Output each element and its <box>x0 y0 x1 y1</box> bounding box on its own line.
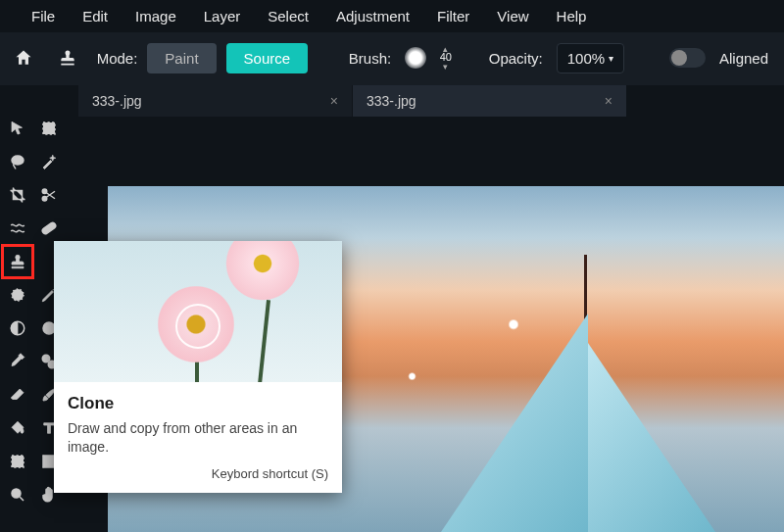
menu-view[interactable]: View <box>497 8 528 24</box>
brush-preview[interactable] <box>405 47 426 69</box>
cutout-tool[interactable] <box>33 178 65 212</box>
home-icon <box>14 48 33 68</box>
eraser-tool[interactable] <box>2 378 33 411</box>
svg-rect-4 <box>41 221 57 235</box>
brush-label: Brush: <box>349 50 391 67</box>
svg-point-13 <box>12 489 21 498</box>
clone-tool[interactable] <box>2 245 33 278</box>
document-tabs: 333-.jpg × 333-.jpg × <box>78 85 784 117</box>
boat-sail-right <box>588 343 715 532</box>
svg-rect-0 <box>43 122 55 134</box>
tab-label: 333-.jpg <box>367 93 416 109</box>
stamp-icon <box>9 253 26 270</box>
crop-icon <box>9 186 26 204</box>
stamp-icon <box>58 48 77 68</box>
tab-label: 333-.jpg <box>92 93 142 109</box>
svg-rect-11 <box>12 456 24 467</box>
disperse-tool[interactable] <box>2 278 33 312</box>
arrow-tool[interactable] <box>2 112 33 145</box>
marquee-tool[interactable] <box>33 112 65 145</box>
svg-point-2 <box>42 189 47 194</box>
menu-select[interactable]: Select <box>268 8 309 24</box>
wand-tool[interactable] <box>33 145 65 178</box>
menu-help[interactable]: Help <box>557 8 587 24</box>
menu-bar: File Edit Image Layer Select Adjustment … <box>0 0 784 32</box>
tooltip-thumbnail <box>54 241 342 382</box>
bandaid-icon <box>40 219 58 237</box>
svg-point-1 <box>12 156 24 165</box>
liquify-tool[interactable] <box>2 212 33 245</box>
mode-paint-button[interactable]: Paint <box>147 43 216 73</box>
half-circle-icon <box>9 319 26 337</box>
mode-group: Mode: Paint Source <box>97 43 308 73</box>
eraser-icon <box>9 386 26 404</box>
menu-file[interactable]: File <box>31 8 55 24</box>
tooltip-title: Clone <box>68 394 328 413</box>
tab-1[interactable]: 333-.jpg × <box>353 85 627 117</box>
arrow-icon <box>9 120 26 137</box>
svg-point-8 <box>47 326 52 331</box>
menu-adjustment[interactable]: Adjustment <box>336 8 410 24</box>
lasso-tool[interactable] <box>2 145 33 178</box>
caret-down-icon: ▾ <box>609 53 613 64</box>
tooltip-body: Clone Draw and copy from other areas in … <box>54 382 342 493</box>
brush-size-stepper[interactable]: ▴ 40 ▾ <box>440 45 452 71</box>
bucket-icon <box>9 419 26 437</box>
aligned-toggle[interactable] <box>669 48 706 68</box>
mode-label: Mode: <box>97 50 138 67</box>
dodge-tool[interactable] <box>2 312 33 345</box>
opacity-label: Opacity: <box>489 50 543 67</box>
dots-ring-icon <box>9 286 26 304</box>
zoom-tool[interactable] <box>2 478 33 511</box>
menu-layer[interactable]: Layer <box>204 8 241 24</box>
wave-icon <box>9 219 26 237</box>
flower-icon <box>152 280 240 368</box>
tool-indicator <box>52 42 82 73</box>
zoom-icon <box>9 486 26 504</box>
opacity-value: 100% <box>567 50 605 67</box>
close-icon[interactable]: × <box>330 93 338 109</box>
menu-filter[interactable]: Filter <box>437 8 469 24</box>
flower-stem <box>257 300 270 382</box>
wand-icon <box>40 153 58 170</box>
options-bar: Mode: Paint Source Brush: ▴ 40 ▾ Opacity… <box>0 32 784 85</box>
marquee-icon <box>40 120 58 137</box>
tab-0[interactable]: 333-.jpg × <box>78 85 353 117</box>
aligned-label: Aligned <box>719 50 768 67</box>
tooltip-shortcut: Keybord shortcut (S) <box>68 466 328 481</box>
shape-icon <box>9 453 26 470</box>
toggle-knob <box>671 50 687 66</box>
scissors-icon <box>40 186 58 204</box>
shape-tool[interactable] <box>2 445 33 478</box>
menu-edit[interactable]: Edit <box>82 8 108 24</box>
eyedropper-icon <box>9 353 26 370</box>
heal-tool[interactable] <box>33 212 65 245</box>
svg-point-3 <box>42 197 47 202</box>
fill-tool[interactable] <box>2 411 33 445</box>
boat-sail-left <box>441 314 588 532</box>
svg-point-5 <box>12 289 24 301</box>
close-icon[interactable]: × <box>605 93 612 109</box>
tool-tooltip: Clone Draw and copy from other areas in … <box>54 241 342 493</box>
svg-point-9 <box>42 355 50 363</box>
opacity-select[interactable]: 100% ▾ <box>557 43 624 73</box>
crop-tool[interactable] <box>2 178 33 212</box>
flower-icon <box>220 241 305 306</box>
mode-source-button[interactable]: Source <box>226 43 309 73</box>
gradient-tool[interactable] <box>2 345 33 378</box>
chevron-down-icon[interactable]: ▾ <box>443 63 448 71</box>
tooltip-description: Draw and copy from other areas in an ima… <box>68 419 328 457</box>
home-button[interactable] <box>8 42 38 73</box>
menu-image[interactable]: Image <box>135 8 176 24</box>
lasso-icon <box>9 153 26 170</box>
